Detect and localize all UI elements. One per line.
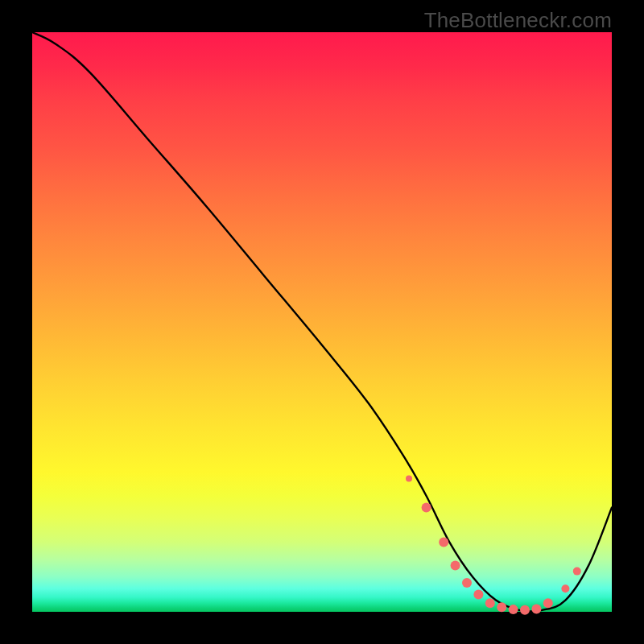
curve-marker bbox=[573, 568, 581, 576]
curve-markers bbox=[406, 475, 581, 614]
curve-marker bbox=[509, 605, 518, 614]
watermark-text: TheBottleneckr.com bbox=[424, 8, 612, 33]
bottleneck-curve bbox=[32, 32, 612, 611]
curve-marker bbox=[543, 598, 553, 608]
curve-marker bbox=[561, 584, 569, 592]
curve-marker bbox=[531, 604, 541, 613]
curve-marker bbox=[485, 598, 495, 608]
curve-marker bbox=[451, 560, 460, 570]
curve-marker bbox=[462, 578, 472, 588]
curve-svg bbox=[32, 32, 612, 612]
curve-marker bbox=[473, 589, 483, 599]
curve-marker bbox=[520, 605, 530, 615]
curve-marker bbox=[439, 538, 448, 547]
curve-marker bbox=[497, 602, 506, 612]
curve-marker bbox=[422, 502, 431, 512]
curve-marker bbox=[406, 475, 412, 481]
chart-frame: TheBottleneckr.com bbox=[0, 0, 644, 644]
plot-area bbox=[32, 32, 612, 612]
